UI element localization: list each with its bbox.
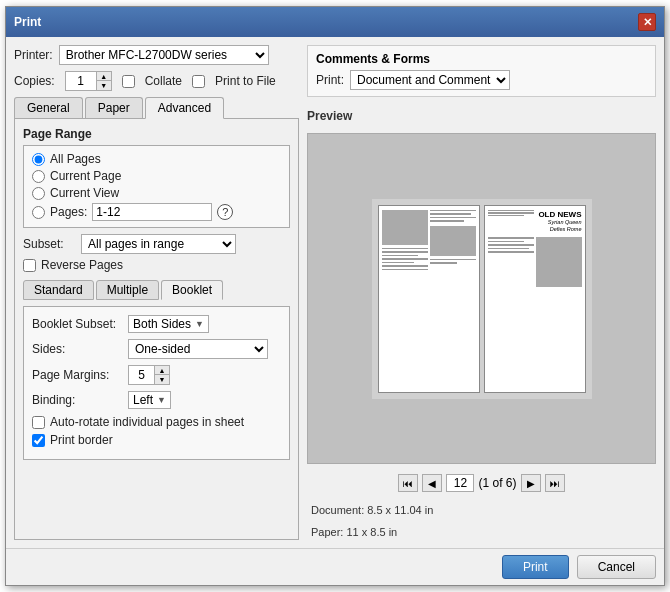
- reverse-row: Reverse Pages: [23, 258, 290, 272]
- copies-row: Copies: ▲ ▼ Collate Print to File: [14, 71, 299, 91]
- reverse-pages-checkbox[interactable]: [23, 259, 36, 272]
- binding-row: Binding: Left ▼: [32, 391, 281, 409]
- printer-row: Printer: Brother MFC-L2700DW series: [14, 45, 299, 65]
- nav-prev-button[interactable]: ◀: [422, 474, 442, 492]
- collate-label: Collate: [145, 74, 182, 88]
- preview-nav: ⏮ ◀ (1 of 6) ▶ ⏭: [307, 470, 656, 496]
- tab-paper[interactable]: Paper: [85, 97, 143, 118]
- all-pages-radio[interactable]: [32, 153, 45, 166]
- nav-first-button[interactable]: ⏮: [398, 474, 418, 492]
- booklet-subset-arrow: ▼: [195, 319, 204, 329]
- subtab-standard[interactable]: Standard: [23, 280, 94, 300]
- booklet-subset-row: Booklet Subset: Both Sides ▼: [32, 315, 281, 333]
- pages-input[interactable]: [92, 203, 212, 221]
- margins-spinner[interactable]: ▲ ▼: [128, 365, 170, 385]
- auto-rotate-label: Auto-rotate individual pages in sheet: [50, 415, 244, 429]
- print-to-file-label: Print to File: [215, 74, 276, 88]
- margins-spin-buttons: ▲ ▼: [154, 366, 169, 384]
- all-pages-row: All Pages: [32, 152, 281, 166]
- cancel-button[interactable]: Cancel: [577, 555, 656, 579]
- print-dialog: Print ✕ Printer: Brother MFC-L2700DW ser…: [5, 6, 665, 586]
- booklet-subset-value: Both Sides: [133, 317, 191, 331]
- preview-box: OLD NEWS Syrian Queen Defies Rome: [307, 133, 656, 464]
- current-page-label: Current Page: [50, 169, 121, 183]
- print-to-file-checkbox[interactable]: [192, 75, 205, 88]
- copies-down-button[interactable]: ▼: [97, 81, 111, 90]
- print-button[interactable]: Print: [502, 555, 569, 579]
- title-bar: Print ✕: [6, 7, 664, 37]
- comments-print-row: Print: Document and Comments: [316, 70, 647, 90]
- margins-down-button[interactable]: ▼: [155, 375, 169, 384]
- reverse-pages-label: Reverse Pages: [41, 258, 123, 272]
- copies-spin-buttons: ▲ ▼: [96, 72, 111, 90]
- left-panel: Printer: Brother MFC-L2700DW series Copi…: [14, 45, 299, 540]
- preview-page-left: [378, 205, 480, 393]
- close-button[interactable]: ✕: [638, 13, 656, 31]
- margins-label: Page Margins:: [32, 368, 122, 382]
- preview-headline: OLD NEWS: [536, 210, 582, 220]
- current-page-row: Current Page: [32, 169, 281, 183]
- binding-arrow: ▼: [157, 395, 166, 405]
- pages-label: Pages:: [50, 205, 87, 219]
- printer-select[interactable]: Brother MFC-L2700DW series: [59, 45, 269, 65]
- subset-select[interactable]: All pages in range: [81, 234, 236, 254]
- auto-rotate-row: Auto-rotate individual pages in sheet: [32, 415, 281, 429]
- copies-input[interactable]: [66, 73, 96, 89]
- auto-rotate-checkbox[interactable]: [32, 416, 45, 429]
- sides-select[interactable]: One-sided: [128, 339, 268, 359]
- copies-up-button[interactable]: ▲: [97, 72, 111, 81]
- print-border-row: Print border: [32, 433, 281, 447]
- subtab-booklet[interactable]: Booklet: [161, 280, 223, 300]
- booklet-subset-label: Booklet Subset:: [32, 317, 122, 331]
- current-view-row: Current View: [32, 186, 281, 200]
- print-border-label: Print border: [50, 433, 113, 447]
- nav-page-input[interactable]: [446, 474, 474, 492]
- pages-row: Pages: ?: [32, 203, 281, 221]
- copies-spinner[interactable]: ▲ ▼: [65, 71, 112, 91]
- current-view-label: Current View: [50, 186, 119, 200]
- copies-label: Copies:: [14, 74, 55, 88]
- printer-label: Printer:: [14, 48, 53, 62]
- sides-row: Sides: One-sided: [32, 339, 281, 359]
- preview-subheadline1: Syrian Queen: [536, 219, 582, 226]
- subtab-multiple[interactable]: Multiple: [96, 280, 159, 300]
- margins-up-button[interactable]: ▲: [155, 366, 169, 375]
- print-border-checkbox[interactable]: [32, 434, 45, 447]
- binding-dropdown[interactable]: Left ▼: [128, 391, 171, 409]
- dialog-footer: Print Cancel: [6, 548, 664, 585]
- right-panel: Comments & Forms Print: Document and Com…: [307, 45, 656, 540]
- tab-general[interactable]: General: [14, 97, 83, 118]
- binding-value: Left: [133, 393, 153, 407]
- subtabs: Standard Multiple Booklet: [23, 280, 290, 300]
- preview-page-right: OLD NEWS Syrian Queen Defies Rome: [484, 205, 586, 393]
- current-page-radio[interactable]: [32, 170, 45, 183]
- preview-inner: OLD NEWS Syrian Queen Defies Rome: [372, 199, 592, 399]
- binding-label: Binding:: [32, 393, 122, 407]
- booklet-subset-dropdown[interactable]: Both Sides ▼: [128, 315, 209, 333]
- tab-content-advanced: Page Range All Pages Current Page Cur: [14, 119, 299, 540]
- nav-last-button[interactable]: ⏭: [545, 474, 565, 492]
- dialog-body: Printer: Brother MFC-L2700DW series Copi…: [6, 37, 664, 548]
- pages-radio[interactable]: [32, 206, 45, 219]
- document-info: Document: 8.5 x 11.04 in: [307, 502, 656, 518]
- nav-page-of: (1 of 6): [478, 476, 516, 490]
- subset-label: Subset:: [23, 237, 73, 251]
- paper-info: Paper: 11 x 8.5 in: [307, 524, 656, 540]
- subset-row: Subset: All pages in range: [23, 234, 290, 254]
- margins-row: Page Margins: ▲ ▼: [32, 365, 281, 385]
- tab-advanced[interactable]: Advanced: [145, 97, 224, 119]
- comments-print-select[interactable]: Document and Comments: [350, 70, 510, 90]
- preview-subheadline2: Defies Rome: [536, 226, 582, 233]
- page-range-title: Page Range: [23, 127, 290, 141]
- comments-print-label: Print:: [316, 73, 344, 87]
- margins-input[interactable]: [129, 367, 154, 383]
- collate-checkbox[interactable]: [122, 75, 135, 88]
- preview-title: Preview: [307, 109, 656, 123]
- pages-help-button[interactable]: ?: [217, 204, 233, 220]
- main-tabs: General Paper Advanced: [14, 97, 299, 119]
- booklet-section: Booklet Subset: Both Sides ▼ Sides: One-…: [23, 306, 290, 460]
- current-view-radio[interactable]: [32, 187, 45, 200]
- all-pages-label: All Pages: [50, 152, 101, 166]
- comments-forms-section: Comments & Forms Print: Document and Com…: [307, 45, 656, 97]
- nav-next-button[interactable]: ▶: [521, 474, 541, 492]
